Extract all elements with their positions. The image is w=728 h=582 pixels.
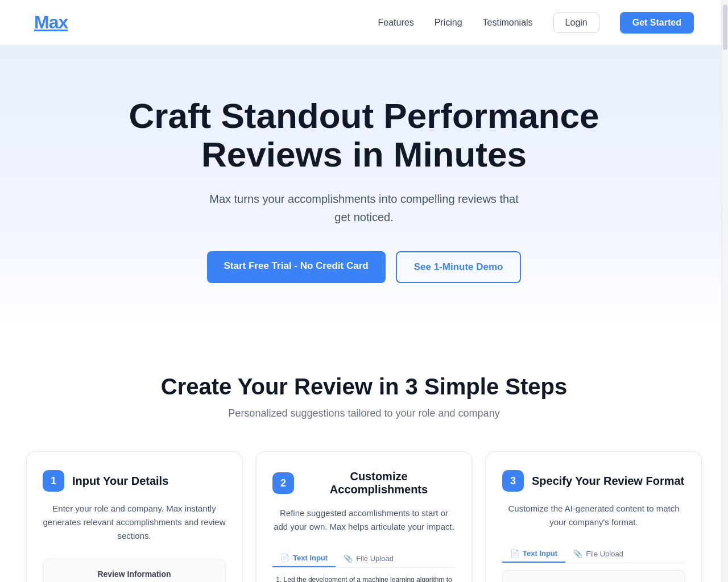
card-3-tabs: 📄 Text Input 📎 File Upload bbox=[502, 545, 685, 563]
review-title: Performance Review Template for Software… bbox=[511, 579, 677, 582]
card-2-desc: Refine suggested accomlishments to start… bbox=[272, 506, 456, 534]
logo[interactable]: Max bbox=[34, 12, 68, 33]
tab-file-upload-2[interactable]: 📎 File Upload bbox=[336, 550, 402, 567]
step-badge-1: 1 bbox=[43, 470, 64, 492]
card-1-form: Review Information First Name John Last … bbox=[43, 559, 226, 582]
card-3-title: Specify Your Review Format bbox=[532, 475, 684, 488]
tab-text-label-3: Text Input bbox=[523, 549, 557, 558]
nav-links: Features Pricing Testimonials Login Get … bbox=[378, 12, 694, 34]
card-3-header: 3 Specify Your Review Format bbox=[502, 470, 685, 492]
start-trial-button[interactable]: Start Free Trial - No Credit Card bbox=[207, 251, 386, 283]
nav-login-button[interactable]: Login bbox=[553, 13, 599, 33]
form-title: Review Information bbox=[53, 569, 215, 579]
card-1-title: Input Your Details bbox=[72, 475, 168, 488]
doc-icon-3: 📄 bbox=[510, 549, 519, 558]
tab-file-label-2: File Upload bbox=[356, 554, 394, 563]
tab-file-upload-3[interactable]: 📎 File Upload bbox=[565, 545, 631, 563]
step-badge-2: 2 bbox=[272, 472, 294, 494]
nav-cta-button[interactable]: Get Started bbox=[620, 12, 694, 34]
hero-subtext: Max turns your accomplishments into comp… bbox=[205, 190, 523, 226]
scrollbar-thumb[interactable] bbox=[723, 5, 727, 50]
hero-headline: Craft Standout Performance Reviews in Mi… bbox=[108, 97, 620, 174]
demo-button[interactable]: See 1-Minute Demo bbox=[396, 251, 522, 283]
tab-file-label-3: File Upload bbox=[586, 550, 623, 558]
hero-section: Craft Standout Performance Reviews in Mi… bbox=[0, 45, 728, 329]
card-2-header: 2 Customize Accomplishments bbox=[272, 470, 456, 496]
card-3-review-content: Performance Review Template for Software… bbox=[502, 570, 685, 582]
doc-icon-2: 📄 bbox=[280, 554, 289, 562]
step-card-2: 2 Customize Accomplishments Refine sugge… bbox=[256, 451, 472, 582]
steps-heading: Create Your Review in 3 Simple Steps bbox=[23, 374, 705, 400]
tab-text-input-3[interactable]: 📄 Text Input bbox=[502, 545, 565, 563]
upload-icon-2: 📎 bbox=[344, 554, 353, 563]
navigation: Max Features Pricing Testimonials Login … bbox=[0, 0, 728, 45]
card-1-desc: Enter your role and company. Max instant… bbox=[43, 502, 226, 543]
upload-icon-3: 📎 bbox=[573, 550, 582, 558]
scrollbar[interactable] bbox=[721, 0, 728, 582]
card-2-text-content: 1. Led the development of a machine lear… bbox=[272, 575, 456, 582]
cards-row: 1 Input Your Details Enter your role and… bbox=[23, 451, 705, 582]
card-3-content: 📄 Text Input 📎 File Upload Performance R… bbox=[502, 545, 685, 582]
steps-subheading: Personalized suggestions tailored to you… bbox=[23, 408, 705, 419]
tab-text-label-2: Text Input bbox=[293, 554, 328, 562]
card-3-desc: Customize the AI-generated content to ma… bbox=[502, 502, 685, 529]
tab-text-input-2[interactable]: 📄 Text Input bbox=[272, 550, 336, 567]
card-2-content: 📄 Text Input 📎 File Upload 1. Led the de… bbox=[272, 550, 456, 582]
step-badge-3: 3 bbox=[502, 470, 524, 492]
step-card-1: 1 Input Your Details Enter your role and… bbox=[26, 451, 242, 582]
card-2-title: Customize Accomplishments bbox=[302, 470, 456, 496]
hero-buttons: Start Free Trial - No Credit Card See 1-… bbox=[23, 251, 705, 283]
nav-link-features[interactable]: Features bbox=[378, 18, 414, 28]
card-1-header: 1 Input Your Details bbox=[43, 470, 226, 492]
nav-link-testimonials[interactable]: Testimonials bbox=[483, 18, 533, 28]
card-2-tabs: 📄 Text Input 📎 File Upload bbox=[272, 550, 456, 568]
nav-link-pricing[interactable]: Pricing bbox=[435, 18, 462, 28]
steps-section: Create Your Review in 3 Simple Steps Per… bbox=[0, 329, 728, 582]
step-card-3: 3 Specify Your Review Format Customize t… bbox=[486, 451, 702, 582]
